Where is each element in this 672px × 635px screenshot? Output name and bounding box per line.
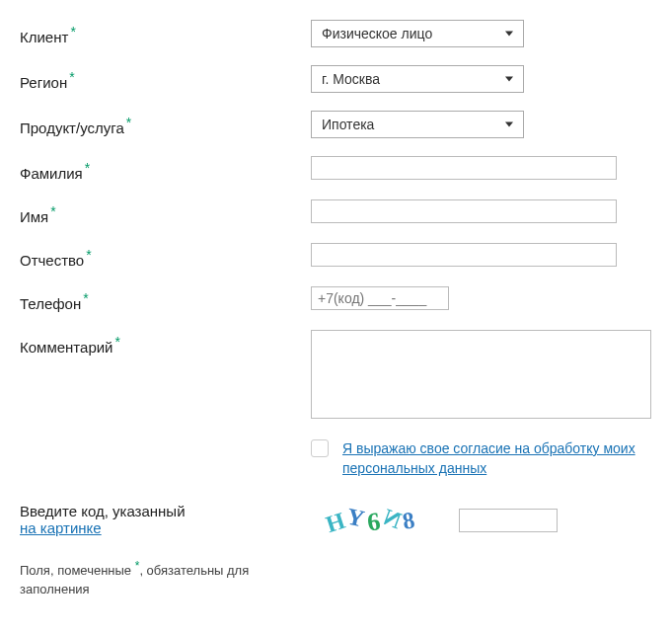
asterisk-icon: * bbox=[86, 247, 91, 263]
asterisk-icon: * bbox=[69, 69, 74, 85]
asterisk-icon: * bbox=[85, 160, 90, 176]
region-label: Регион* bbox=[20, 65, 311, 91]
asterisk-icon: * bbox=[83, 290, 88, 306]
asterisk-icon: * bbox=[126, 115, 131, 130]
caret-down-icon bbox=[505, 122, 513, 127]
firstname-label: Имя* bbox=[20, 199, 311, 225]
client-label: Клиент* bbox=[20, 20, 311, 45]
region-select[interactable]: г. Москва bbox=[311, 65, 524, 93]
firstname-input[interactable] bbox=[311, 199, 617, 223]
captcha-label-line1: Введите код, указанный bbox=[20, 503, 311, 519]
captcha-label-link[interactable]: на картинке bbox=[20, 519, 102, 536]
phone-label: Телефон* bbox=[20, 286, 311, 312]
caret-down-icon bbox=[505, 77, 513, 82]
required-note: Поля, помеченные *, обязательны для запо… bbox=[20, 558, 266, 598]
comment-textarea[interactable] bbox=[311, 330, 651, 419]
caret-down-icon bbox=[505, 32, 513, 37]
asterisk-icon: * bbox=[50, 203, 55, 219]
consent-link[interactable]: Я выражаю свое согласие на обработку мои… bbox=[342, 439, 652, 478]
lastname-input[interactable] bbox=[311, 156, 617, 180]
comment-label: Комментарий* bbox=[20, 330, 311, 356]
asterisk-icon: * bbox=[70, 24, 75, 40]
consent-checkbox[interactable] bbox=[311, 439, 329, 457]
patronymic-input[interactable] bbox=[311, 243, 617, 267]
product-label: Продукт/услуга* bbox=[20, 111, 311, 136]
captcha-input[interactable] bbox=[459, 509, 558, 532]
client-select[interactable]: Физическое лицо bbox=[311, 20, 524, 47]
patronymic-label: Отчество* bbox=[20, 243, 311, 269]
asterisk-icon: * bbox=[114, 334, 119, 350]
lastname-label: Фамилия* bbox=[20, 156, 311, 182]
product-select[interactable]: Ипотека bbox=[311, 111, 524, 138]
phone-input[interactable] bbox=[311, 286, 449, 310]
captcha-image: H Y 6 N 8 bbox=[311, 503, 429, 538]
